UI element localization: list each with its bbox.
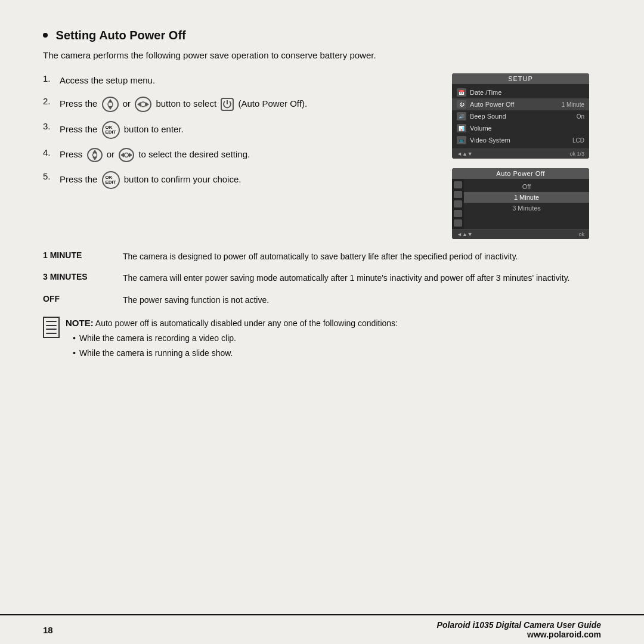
setup-screen-footer: ◄▲▼ ok 1/3 xyxy=(452,148,589,159)
footer2-nav: ◄▲▼ xyxy=(457,231,473,237)
cam-label-date: Date /Time xyxy=(470,89,581,96)
note-icon-line-3 xyxy=(46,329,57,330)
step-3: 3. Press the OKEDIT button to enter. xyxy=(43,121,434,139)
bullet-icon xyxy=(43,33,48,38)
apo-option-1min: 1 Minute xyxy=(464,192,589,203)
step-3-text: Press the OKEDIT button to enter. xyxy=(60,121,184,139)
def-term-3min: 3 MINUTES xyxy=(43,271,109,284)
note-content: NOTE: Auto power off is automatically di… xyxy=(66,316,601,360)
setup-screen-body: 📅 Date /Time ⏻ Auto Power Off 1 Minute 🔊… xyxy=(452,84,589,148)
steps-column: 1. Access the setup menu. 2. Press the o… xyxy=(43,73,434,239)
apo-side-icon-3 xyxy=(454,200,462,208)
note-icon-line-4 xyxy=(46,333,57,334)
ok-button-icon-2: OKEDIT xyxy=(102,171,120,189)
footer-ok: ok 1/3 xyxy=(569,151,584,157)
cam-row-date: 📅 Date /Time xyxy=(452,86,589,98)
step-1-num: 1. xyxy=(43,73,60,83)
footer-brand: Polaroid i1035 Digital Camera User Guide… xyxy=(437,620,601,639)
setup-screen-title: SETUP xyxy=(452,73,589,84)
apo-side-icon-4 xyxy=(454,210,462,217)
footer-brand-line1: Polaroid i1035 Digital Camera User Guide xyxy=(437,620,601,630)
apo-options: Off 1 Minute 3 Minutes xyxy=(464,179,589,229)
definitions-section: 1 MINUTE The camera is designed to power… xyxy=(43,250,601,306)
nav-updown-icon xyxy=(101,96,119,113)
step-2: 2. Press the or xyxy=(43,96,434,113)
def-row-off: OFF The power saving function is not act… xyxy=(43,293,601,306)
apo-side-icon-5 xyxy=(454,219,462,227)
svg-marker-15 xyxy=(120,153,124,157)
cam-icon-apo: ⏻ xyxy=(457,100,466,109)
cam-icon-vid: 📺 xyxy=(457,136,466,144)
note-bullet-2: While the camera is running a slide show… xyxy=(73,346,601,360)
svg-point-17 xyxy=(125,153,129,157)
cam-label-beep: Beep Sound xyxy=(470,113,573,120)
note-bullet-1-text: While the camera is recording a video cl… xyxy=(79,332,236,345)
svg-marker-5 xyxy=(137,102,141,107)
intro-paragraph: The camera performs the following power … xyxy=(43,48,389,63)
step-1: 1. Access the setup menu. xyxy=(43,73,434,88)
svg-point-7 xyxy=(141,102,145,107)
step-4-text: Press or to select the desired s xyxy=(60,147,250,163)
cam-row-apo: ⏻ Auto Power Off 1 Minute xyxy=(452,98,589,110)
setup-screen: SETUP 📅 Date /Time ⏻ Auto Power Off 1 Mi… xyxy=(452,73,589,159)
def-row-3min: 3 MINUTES The camera will enter power sa… xyxy=(43,271,601,284)
note-bullets: While the camera is recording a video cl… xyxy=(66,332,601,360)
cam-label-apo: Auto Power Off xyxy=(470,101,558,108)
apo-option-off: Off xyxy=(464,181,589,192)
note-bullet-1: While the camera is recording a video cl… xyxy=(73,332,601,345)
step-5-num: 5. xyxy=(43,171,60,181)
note-section: NOTE: Auto power off is automatically di… xyxy=(43,316,601,360)
note-icon-line-1 xyxy=(46,321,57,322)
def-term-1min: 1 MINUTE xyxy=(43,250,109,263)
cam-icon-beep: 🔊 xyxy=(457,112,466,120)
apo-option-3min: 3 Minutes xyxy=(464,203,589,213)
note-bullet-2-text: While the camera is running a slide show… xyxy=(79,346,233,360)
cam-row-vol: 📊 Volume xyxy=(452,122,589,134)
apo-screen-title: Auto Power Off xyxy=(452,168,589,179)
cam-icon-vol: 📊 xyxy=(457,124,466,132)
note-label: NOTE: xyxy=(66,318,94,328)
nav-leftright-icon xyxy=(134,96,152,113)
step-5: 5. Press the OKEDIT button to confirm yo… xyxy=(43,171,434,189)
step-2-num: 2. xyxy=(43,96,60,106)
cam-row-vid: 📺 Video System LCD xyxy=(452,134,589,146)
section-title-text: Setting Auto Power Off xyxy=(56,29,186,42)
note-icon xyxy=(43,317,60,338)
power-icon xyxy=(220,97,234,112)
step-4: 4. Press or t xyxy=(43,147,434,163)
svg-marker-16 xyxy=(129,153,132,157)
apo-side-icon-1 xyxy=(454,181,462,188)
step-1-text: Access the setup menu. xyxy=(60,73,155,88)
main-content: 1. Access the setup menu. 2. Press the o… xyxy=(43,73,601,239)
footer-page-num: 18 xyxy=(43,625,53,635)
cam-value-vid: LCD xyxy=(572,137,584,144)
footer-nav: ◄▲▼ xyxy=(457,151,473,157)
svg-marker-6 xyxy=(145,102,149,107)
note-intro-text: Auto power off is automatically disabled… xyxy=(95,318,398,328)
page-footer: 18 Polaroid i1035 Digital Camera User Gu… xyxy=(0,614,644,644)
screens-column: SETUP 📅 Date /Time ⏻ Auto Power Off 1 Mi… xyxy=(452,73,601,239)
apo-screen-footer: ◄▲▼ ok xyxy=(452,229,589,239)
nav-updown-icon-2 xyxy=(86,147,103,163)
svg-point-13 xyxy=(92,153,97,157)
def-term-off: OFF xyxy=(43,293,109,306)
note-icon-line-2 xyxy=(46,325,57,326)
ok-button-icon: OKEDIT xyxy=(102,121,120,139)
footer2-ok: ok xyxy=(578,231,584,237)
def-row-1min: 1 MINUTE The camera is designed to power… xyxy=(43,250,601,263)
def-desc-3min: The camera will enter power saving mode … xyxy=(123,271,601,284)
step-3-num: 3. xyxy=(43,121,60,131)
apo-screen: Auto Power Off Off 1 Minute 3 Minutes xyxy=(452,168,589,239)
step-4-num: 4. xyxy=(43,147,60,157)
svg-point-3 xyxy=(108,102,113,107)
cam-label-vol: Volume xyxy=(470,125,581,132)
apo-side-icon-2 xyxy=(454,191,462,198)
cam-icon-date: 📅 xyxy=(457,88,466,97)
page: Setting Auto Power Off The camera perfor… xyxy=(0,0,644,644)
cam-row-beep: 🔊 Beep Sound On xyxy=(452,110,589,122)
step-5-text: Press the OKEDIT button to confirm your … xyxy=(60,171,241,189)
cam-value-apo: 1 Minute xyxy=(562,101,584,108)
cam-value-beep: On xyxy=(577,113,584,120)
apo-side-icons xyxy=(452,179,464,229)
apo-screen-body: Off 1 Minute 3 Minutes xyxy=(452,179,589,229)
